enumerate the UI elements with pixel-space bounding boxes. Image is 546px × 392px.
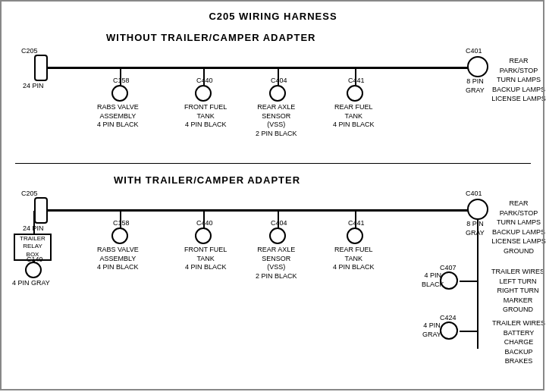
diagram-container: C205 WIRING HARNESS WITHOUT TRAILER/CAMP… <box>0 0 546 383</box>
outer-border <box>0 0 544 390</box>
